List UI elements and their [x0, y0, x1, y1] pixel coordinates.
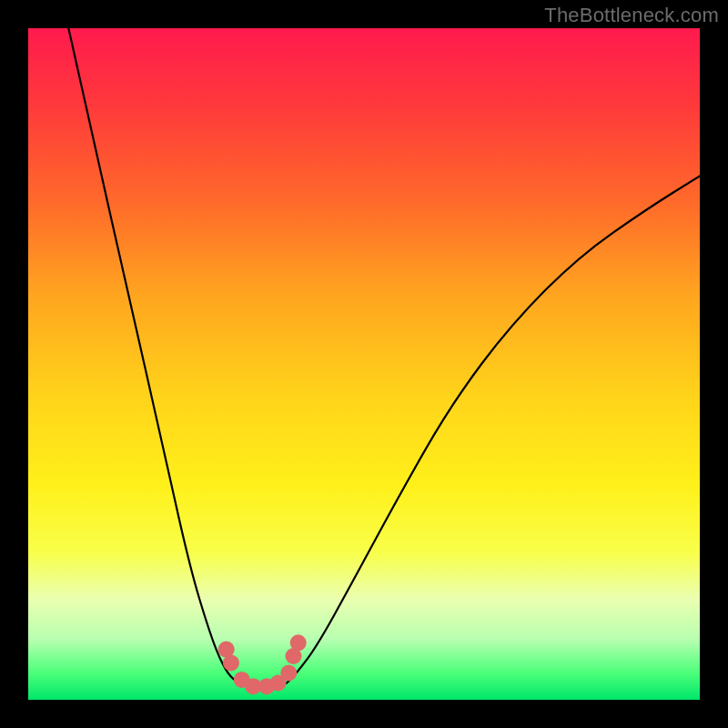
chart-frame: TheBottleneck.com [0, 0, 728, 728]
chart-plot-area [28, 28, 700, 700]
watermark-text: TheBottleneck.com [544, 4, 719, 27]
chart-svg [28, 28, 700, 700]
valley-marker [290, 634, 307, 651]
valley-marker [223, 654, 239, 671]
valley-markers [218, 634, 307, 694]
valley-marker [280, 665, 297, 682]
bottleneck-curve [68, 28, 700, 686]
